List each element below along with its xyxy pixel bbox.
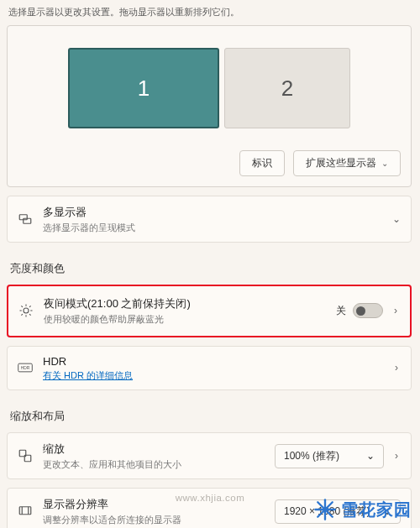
multi-display-title: 多显示器	[43, 205, 382, 220]
multi-display-icon	[18, 212, 33, 227]
scale-icon	[18, 448, 33, 463]
multi-display-sub: 选择显示器的呈现模式	[43, 222, 382, 233]
night-light-state: 关	[336, 304, 346, 318]
identify-button[interactable]: 标识	[239, 150, 285, 176]
hdr-details-link[interactable]: 有关 HDR 的详细信息	[43, 370, 133, 380]
chevron-down-icon[interactable]: ⌄	[392, 213, 401, 225]
resolution-icon	[18, 504, 33, 519]
resolution-sub: 调整分辨率以适合所连接的显示器	[43, 514, 265, 525]
identify-label: 标识	[252, 156, 272, 170]
hdr-icon: HDR	[18, 362, 33, 374]
hdr-row[interactable]: HDR HDR 有关 HDR 的详细信息 ›	[7, 346, 412, 390]
chevron-right-icon[interactable]: ›	[392, 362, 401, 374]
night-light-row[interactable]: 夜间模式(21:00 之前保持关闭) 使用较暖的颜色帮助屏蔽蓝光 关 ›	[7, 285, 412, 337]
svg-line-8	[29, 314, 31, 316]
svg-line-10	[29, 306, 31, 308]
svg-line-9	[21, 314, 23, 316]
night-light-title: 夜间模式(21:00 之前保持关闭)	[44, 296, 326, 311]
snowflake-icon	[313, 498, 337, 521]
watermark-url: www.xhjia.com	[176, 493, 245, 503]
scale-dropdown[interactable]: 100% (推荐) ⌄	[275, 444, 384, 468]
scale-sub: 更改文本、应用和其他项目的大小	[43, 458, 265, 470]
section-brightness-color: 亮度和颜色	[10, 261, 412, 276]
extend-label: 扩展这些显示器	[306, 156, 376, 170]
night-light-icon	[18, 303, 34, 318]
scale-value: 100% (推荐)	[284, 449, 339, 463]
watermark-text: 雪花家园	[341, 499, 412, 521]
hdr-title: HDR	[43, 355, 382, 368]
monitor-1[interactable]: 1	[68, 48, 219, 128]
arrange-hint: 选择显示器以更改其设置。拖动显示器以重新排列它们。	[8, 6, 412, 18]
scale-row[interactable]: 缩放 更改文本、应用和其他项目的大小 100% (推荐) ⌄ ›	[7, 432, 412, 479]
chevron-right-icon[interactable]: ›	[391, 305, 400, 316]
display-arrange-panel: 1 2 标识 扩展这些显示器 ⌄	[7, 25, 412, 187]
chevron-down-icon: ⌄	[381, 159, 388, 168]
svg-line-7	[21, 306, 23, 308]
scale-title: 缩放	[43, 442, 265, 457]
chevron-right-icon[interactable]: ›	[392, 450, 401, 462]
night-light-sub: 使用较暖的颜色帮助屏蔽蓝光	[44, 313, 326, 325]
section-scale-layout: 缩放和布局	[10, 409, 412, 424]
svg-text:HDR: HDR	[21, 366, 30, 370]
watermark-brand: 雪花家园	[313, 498, 412, 521]
svg-point-2	[24, 308, 29, 313]
chevron-down-icon: ⌄	[366, 450, 375, 462]
multi-display-row[interactable]: 多显示器 选择显示器的呈现模式 ⌄	[7, 196, 412, 243]
night-light-toggle[interactable]	[353, 303, 383, 318]
extend-displays-dropdown[interactable]: 扩展这些显示器 ⌄	[293, 150, 401, 176]
monitor-2[interactable]: 2	[224, 48, 350, 128]
svg-rect-15	[19, 507, 31, 515]
